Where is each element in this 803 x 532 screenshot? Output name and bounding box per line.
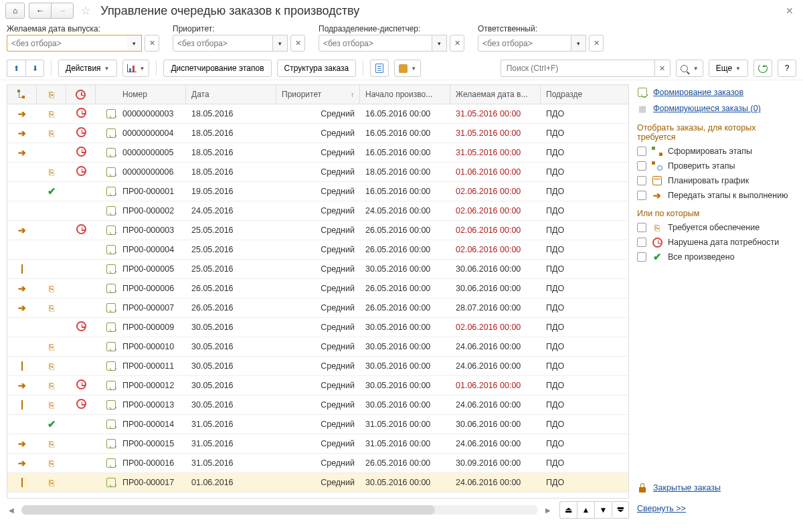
filter-responsible-clear[interactable]: ✕ [589,35,604,52]
table-row[interactable]: ➔⎘ПР00-00001230.05.2016Средний30.05.2016… [7,376,628,395]
filter-priority-dropdown[interactable]: ▾ [273,35,288,52]
cell-date: 25.05.2016 [186,226,276,235]
table-row[interactable]: ПР00-00000930.05.2016Средний30.05.2016 0… [7,318,628,337]
filter-done[interactable]: ✔ Все произведено [637,252,795,262]
filter-check[interactable]: Проверить этапы [637,161,795,171]
box-icon: ⎘ [49,284,54,294]
nav-last-button[interactable]: ⏏ [612,501,629,519]
sheet-icon [106,439,116,448]
filter-responsible-input[interactable] [478,35,571,52]
cell-priority: Средний [276,420,360,429]
refresh-button[interactable] [753,60,772,77]
actions-button[interactable]: Действия ▼ [58,60,117,77]
filter-responsible-dropdown[interactable]: ▾ [571,35,586,52]
col-priority[interactable]: Приоритет↑ [276,85,360,104]
nav-first-button[interactable]: ⏏ [559,501,577,519]
table-row[interactable]: ПР00-00000224.05.2016Средний24.05.2016 0… [7,201,628,221]
hscroll-thumb[interactable] [21,505,435,515]
col-date[interactable]: Дата [186,85,276,104]
checkbox[interactable] [637,161,646,171]
checkbox[interactable] [637,147,646,156]
col-status3[interactable] [66,85,96,104]
table-row[interactable]: ⎘ПР00-00001030.05.2016Средний30.05.2016 … [7,337,628,357]
more-button[interactable]: Еще ▼ [709,60,748,77]
side-queue-link[interactable]: ▦ Формирующиеся заказы (0) [637,103,795,114]
table-row[interactable]: ⎘ПР00-00001130.05.2016Средний30.05.2016 … [7,357,628,376]
back-icon: ← [36,6,44,15]
side-closed-link[interactable]: Закрытые заказы [637,482,795,493]
document-button[interactable] [370,60,389,77]
table-row[interactable]: ➔0000000000518.05.2016Средний16.05.2016 … [7,143,628,163]
sheet-icon [106,245,116,254]
search-clear-button[interactable]: ✕ [654,60,671,77]
cell-start: 26.05.2016 00:00 [360,458,450,468]
col-dept[interactable]: Подразде [541,85,596,104]
checkbox[interactable] [637,238,646,247]
checkbox[interactable] [637,252,646,262]
table-row[interactable]: ПР00-00000525.05.2016Средний30.05.2016 0… [7,260,628,279]
hscroll-left[interactable]: ◀ [7,505,16,515]
filter-dispatcher-input[interactable] [319,35,432,52]
checkbox[interactable] [637,191,646,200]
side-forming-link[interactable]: Формирование заказов [637,87,795,98]
hscroll-track[interactable] [21,505,538,515]
home-button[interactable]: ⌂ [5,3,25,19]
filter-transfer[interactable]: ➔ Передать этапы к выполнению [637,190,795,201]
box-button[interactable]: ▼ [394,60,421,77]
filter-dispatcher-dropdown[interactable]: ▾ [432,35,447,52]
close-button[interactable]: ✕ [782,5,798,16]
back-button[interactable]: ← [29,3,51,19]
filter-release-label: Желаемая дата выпуска: [7,24,159,33]
col-status1[interactable] [7,85,37,104]
table-row[interactable]: ✔ПР00-00000119.05.2016Средний16.05.2016 … [7,182,628,201]
table-row[interactable]: ✔ПР00-00001431.05.2016Средний31.05.2016 … [7,415,628,434]
page-title: Управление очередью заказов к производст… [100,4,359,18]
table-row[interactable]: ➔⎘ПР00-00000726.05.2016Средний26.05.2016… [7,298,628,318]
filter-overdue[interactable]: Нарушена дата потребности [637,237,795,248]
cell-want: 31.05.2016 00:00 [450,128,541,138]
structure-button[interactable]: Структура заказа [277,60,357,77]
col-want[interactable]: Желаемая дата в... [450,85,541,104]
table-row[interactable]: ➔⎘0000000000318.05.2016Средний16.05.2016… [7,104,628,124]
search-input[interactable] [501,60,654,77]
col-status2[interactable]: ⎘ [37,85,66,104]
dispatching-button[interactable]: Диспетчирование этапов [163,60,271,77]
filter-release-dropdown[interactable]: ▾ [127,35,142,52]
nav-down-button[interactable]: ▼ [594,501,612,519]
favorite-icon[interactable]: ☆ [80,3,91,18]
collapse-link[interactable]: Свернуть >> [637,504,686,513]
filter-stages[interactable]: Сформировать этапы [637,146,795,157]
filter-release-input[interactable] [7,35,127,52]
move-up-button[interactable]: ⬆ [7,60,25,77]
sheet-icon [106,187,116,196]
filter-priority-clear[interactable]: ✕ [290,35,305,52]
move-down-button[interactable]: ⬇ [25,60,44,77]
nav-up-button[interactable]: ▲ [577,501,594,519]
col-number[interactable]: Номер [96,85,186,104]
checkbox[interactable] [637,223,646,232]
col-start[interactable]: Начало произво... [360,85,450,104]
table-row[interactable]: ⎘ПР00-00001701.06.2016Средний30.05.2016 … [7,473,628,493]
table-row[interactable]: ➔ПР00-00000325.05.2016Средний26.05.2016 … [7,221,628,240]
help-button[interactable]: ? [778,60,796,77]
forward-button[interactable]: → [51,3,74,19]
calendar-icon [21,264,23,274]
table-row[interactable]: ПР00-00000425.05.2016Средний26.05.2016 0… [7,240,628,260]
filter-priority-input[interactable] [173,35,273,52]
table-row[interactable]: ➔⎘0000000000418.05.2016Средний16.05.2016… [7,124,628,143]
table-row[interactable]: ➔⎘ПР00-00001531.05.2016Средний31.05.2016… [7,434,628,454]
filter-dispatcher-clear[interactable]: ✕ [450,35,464,52]
table-row[interactable]: ⎘ПР00-00001330.05.2016Средний30.05.2016 … [7,395,628,415]
calendar-icon [21,400,23,410]
table-row[interactable]: ➔⎘ПР00-00001631.05.2016Средний26.05.2016… [7,454,628,473]
table-row[interactable]: ⎘0000000000618.05.2016Средний18.05.2016 … [7,163,628,182]
filter-plan[interactable]: Планировать график [637,175,795,186]
filter-release-clear[interactable]: ✕ [145,35,159,52]
table-row[interactable]: ➔⎘ПР00-00000626.05.2016Средний26.05.2016… [7,279,628,298]
checkbox[interactable] [637,176,646,185]
filter-supply[interactable]: ⎘ Требуется обеспечение [637,222,795,233]
search-button[interactable]: ▼ [676,60,703,77]
chart-button[interactable]: ▼ [122,60,150,77]
hscroll-right[interactable]: ▶ [543,505,553,515]
cell-number: ПР00-000003 [122,226,174,235]
